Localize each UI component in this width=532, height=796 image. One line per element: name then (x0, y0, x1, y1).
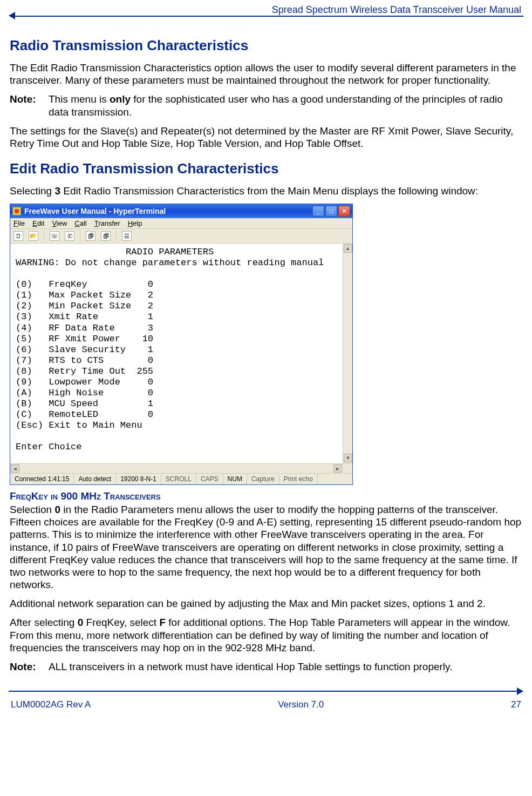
menu-help[interactable]: Help (128, 219, 142, 227)
header-doc-title: Spread Spectrum Wireless Data Transceive… (15, 3, 523, 17)
status-detect: Auto detect (74, 474, 116, 484)
text: Selection (10, 504, 54, 515)
status-baud: 19200 8-N-1 (116, 474, 161, 484)
menu-edit[interactable]: Edit (32, 219, 44, 227)
text: After selecting (10, 617, 78, 628)
scroll-down-icon[interactable]: ▼ (344, 454, 352, 462)
paragraph: After selecting 0 FreqKey, select F for … (10, 616, 522, 654)
paragraph: Selecting 3 Edit Radio Transmission Char… (10, 185, 522, 197)
text: This menu is (49, 93, 110, 105)
note-body: This menu is only for the sophisticated … (49, 93, 522, 118)
note-block: Note: This menu is only for the sophisti… (10, 93, 522, 118)
note-label: Note: (10, 660, 49, 673)
status-caps: CAPS (196, 474, 223, 484)
text-bold: 0 (54, 504, 60, 515)
statusbar: Connected 1:41:15 Auto detect 19200 8-N-… (10, 473, 352, 484)
paragraph: Selection 0 in the Radio Parameters menu… (10, 503, 522, 591)
toolbar-properties-icon[interactable]: ☰ (122, 231, 132, 241)
footer-left: LUM0002AG Rev A (11, 699, 91, 710)
menu-view[interactable]: View (52, 219, 67, 227)
menu-file[interactable]: File (13, 219, 25, 227)
subsection-heading-freqkey: FreqKey in 900 MHz Transceivers (10, 490, 522, 502)
menu-call[interactable]: Call (74, 219, 86, 227)
toolbar-new-icon[interactable]: 🗋 (13, 231, 23, 241)
app-icon (12, 207, 21, 215)
menu-transfer[interactable]: Transfer (94, 219, 120, 227)
paragraph: Additional network separation can be gai… (10, 597, 522, 610)
text: Selecting (10, 185, 54, 197)
footer-arrow-icon (517, 687, 523, 695)
toolbar-call-icon[interactable]: ☏ (50, 231, 59, 241)
separator-icon (44, 231, 44, 241)
hyperterminal-window: FreeWave User Manual - HyperTerminal _ □… (10, 204, 353, 485)
vertical-scrollbar[interactable]: ▲ ▼ (343, 244, 352, 463)
text: in the Radio Parameters menu allows the … (10, 504, 521, 590)
status-echo: Print echo (279, 474, 318, 484)
paragraph: The Edit Radio Transmission Characterist… (10, 62, 522, 86)
close-button[interactable]: × (338, 206, 350, 217)
toolbar-open-icon[interactable]: 📂 (29, 231, 38, 241)
separator-icon (80, 231, 80, 241)
footer-center: Version 7.0 (278, 699, 324, 710)
status-connected: Connected 1:41:15 (10, 474, 74, 484)
scroll-right-icon[interactable]: ► (333, 464, 342, 473)
horizontal-scrollbar[interactable]: ◄ ► (10, 463, 352, 473)
text: Edit Radio Transmission Characteristics … (60, 185, 478, 197)
toolbar: 🗋 📂 ☏ ✆ 🗐 🗐 ☰ (10, 229, 352, 244)
separator-icon (116, 231, 117, 241)
scroll-up-icon[interactable]: ▲ (344, 244, 352, 253)
text-bold: 3 (54, 185, 60, 197)
note-label: Note: (10, 93, 49, 118)
status-capture: Capture (247, 474, 279, 484)
toolbar-hangup-icon[interactable]: ✆ (65, 231, 74, 241)
text-bold: only (110, 93, 131, 105)
window-title: FreeWave User Manual - HyperTerminal (24, 207, 312, 215)
section-heading-edit-radio: Edit Radio Transmission Characteristics (10, 160, 522, 177)
text-bold: F (159, 617, 166, 628)
terminal-output[interactable]: RADIO PARAMETERS WARNING: Do not change … (10, 244, 352, 463)
text: FreqKey, select (83, 617, 159, 628)
minimize-button[interactable]: _ (312, 206, 324, 217)
footer-right: 27 (511, 699, 521, 710)
menubar: File Edit View Call Transfer Help (10, 218, 352, 229)
window-titlebar[interactable]: FreeWave User Manual - HyperTerminal _ □… (10, 204, 352, 218)
status-scroll: SCROLL (161, 474, 196, 484)
toolbar-send-icon[interactable]: 🗐 (86, 231, 96, 241)
section-heading-radio-transmission: Radio Transmission Characteristics (10, 37, 522, 54)
toolbar-receive-icon[interactable]: 🗐 (101, 231, 111, 241)
page-footer: LUM0002AG Rev A Version 7.0 27 (9, 695, 523, 719)
note-block: Note: ALL transceivers in a network must… (10, 660, 522, 673)
paragraph: The settings for the Slave(s) and Repeat… (10, 125, 522, 150)
status-num: NUM (223, 474, 247, 484)
header-arrow-icon (9, 12, 15, 19)
text-bold: 0 (78, 617, 84, 628)
note-body: ALL transceivers in a network must have … (49, 660, 522, 673)
maximize-button[interactable]: □ (325, 206, 337, 217)
scroll-left-icon[interactable]: ◄ (11, 464, 19, 473)
